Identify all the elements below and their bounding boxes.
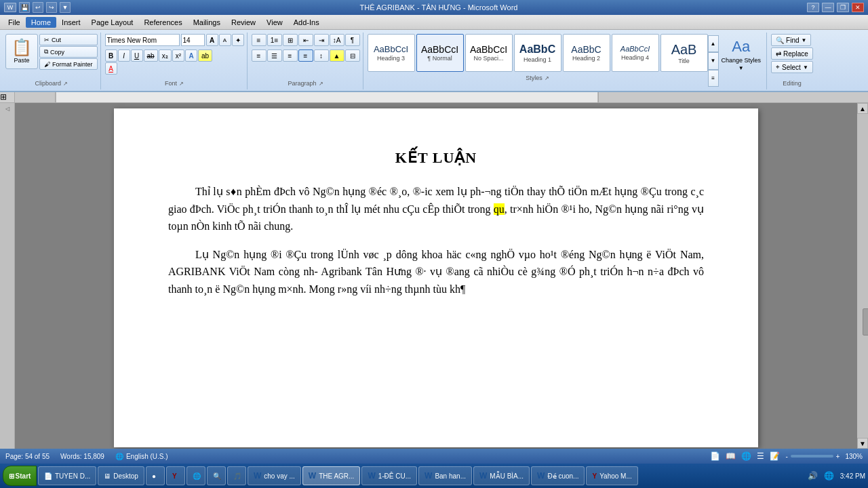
left-sidebar-btn[interactable]: ◁	[5, 106, 9, 112]
style-scroll-up[interactable]: ▲	[708, 35, 719, 52]
font-name-input[interactable]	[105, 34, 180, 46]
view-draft-btn[interactable]: 📝	[770, 451, 780, 461]
superscript-btn[interactable]: x²	[172, 49, 184, 62]
style-heading3[interactable]: AaBbCcI Heading 3	[368, 34, 415, 72]
menu-addins[interactable]: Add-Ins	[288, 17, 325, 28]
qa-dropdown[interactable]: ▼	[60, 2, 71, 13]
help-btn[interactable]: ?	[807, 3, 819, 12]
bold-btn[interactable]: B	[105, 49, 117, 62]
taskbar-ban-han[interactable]: W Ban han...	[418, 466, 472, 485]
grow-font-btn[interactable]: A	[206, 34, 218, 46]
clipboard-expand-icon[interactable]: ↗	[63, 81, 68, 87]
zoom-plus-icon[interactable]: +	[836, 453, 840, 460]
taskbar-the-agr[interactable]: W THE AGR...	[302, 466, 361, 485]
decrease-indent-btn[interactable]: ⇤	[298, 34, 313, 46]
style-normal[interactable]: AaBbCcI ¶ Normal	[416, 34, 464, 72]
cut-button[interactable]: ✂ Cut	[39, 34, 98, 45]
menu-view[interactable]: View	[261, 17, 288, 28]
taskbar-dot[interactable]: ●	[146, 466, 165, 485]
style-no-spacing[interactable]: AaBbCcI No Spaci...	[465, 34, 513, 72]
taskbar-tuyen[interactable]: 📄 TUYEN D...	[38, 466, 96, 485]
style-heading1[interactable]: AaBbC Heading 1	[514, 34, 561, 72]
view-reading-btn[interactable]: 📖	[726, 451, 736, 461]
view-web-btn[interactable]: 🌐	[741, 451, 751, 461]
align-right-btn[interactable]: ≡	[283, 49, 298, 62]
close-btn[interactable]: ✕	[852, 3, 864, 12]
style-heading4[interactable]: AaBbCcI Heading 4	[612, 34, 659, 72]
document-scroll-area[interactable]: KẾT LUẬN Thỉ lụ s♦n phÈm đÞch vô Ng©n hụ…	[15, 103, 857, 449]
undo-btn[interactable]: ↩	[33, 2, 43, 13]
restore-btn[interactable]: ❐	[837, 3, 849, 12]
redo-btn[interactable]: ↪	[46, 2, 57, 13]
taskbar-1de-cu[interactable]: W 1-ĐÊ CU...	[361, 466, 417, 485]
multilevel-btn[interactable]: ⊞	[283, 34, 298, 46]
sort-btn[interactable]: ↕A	[330, 34, 344, 46]
increase-indent-btn[interactable]: ⇥	[314, 34, 329, 46]
taskbar-mau-bia[interactable]: W MẪU BÌA...	[473, 466, 530, 485]
select-button[interactable]: ⌖ Select ▼	[771, 61, 813, 73]
taskbar-search[interactable]: 🔍	[207, 466, 226, 485]
taskbar-web[interactable]: 🌐	[186, 466, 205, 485]
format-painter-button[interactable]: 🖌 Format Painter	[39, 58, 98, 70]
shrink-font-btn[interactable]: A	[219, 34, 231, 46]
copy-button[interactable]: ⧉ Copy	[39, 46, 98, 58]
zoom-minus-icon[interactable]: -	[785, 453, 787, 460]
save-btn[interactable]: 💾	[19, 2, 30, 13]
paste-button[interactable]: 📋 Paste	[5, 34, 38, 69]
highlight-btn[interactable]: ab	[198, 49, 212, 62]
menu-home[interactable]: Home	[26, 17, 56, 28]
text-effects-btn[interactable]: A	[185, 49, 197, 62]
italic-btn[interactable]: I	[118, 49, 130, 62]
start-button[interactable]: ⊞ Start	[3, 466, 37, 486]
menu-file[interactable]: File	[3, 17, 26, 28]
clear-format-btn[interactable]: ✦	[232, 34, 244, 46]
paragraph-1[interactable]: Thỉ lụ s♦n phÈm đÞch vô Ng©n hụng ®éc ®¸…	[168, 183, 704, 235]
font-size-input[interactable]	[181, 34, 205, 46]
zoom-slider[interactable]: - +	[785, 453, 840, 460]
menu-references[interactable]: References	[138, 17, 187, 28]
underline-btn[interactable]: U	[131, 49, 143, 62]
show-marks-btn[interactable]: ¶	[345, 34, 360, 46]
font-expand-icon[interactable]: ↗	[179, 81, 184, 87]
taskbar-desktop[interactable]: 🖥 Desktop	[98, 466, 144, 485]
justify-btn[interactable]: ≡	[298, 49, 313, 62]
taskbar-y[interactable]: Y	[166, 466, 185, 485]
style-heading2[interactable]: AaBbC Heading 2	[563, 34, 610, 72]
style-title[interactable]: AaB Title	[660, 34, 708, 72]
taskbar-yahoo[interactable]: Y Yahoo M...	[586, 466, 637, 485]
shading-btn[interactable]: ▲	[330, 49, 344, 62]
scroll-thumb[interactable]	[863, 308, 868, 336]
scroll-up-btn[interactable]: ▲	[857, 103, 868, 114]
minimize-btn[interactable]: —	[822, 3, 834, 12]
paragraph-expand-icon[interactable]: ↗	[319, 81, 323, 87]
bullets-btn[interactable]: ≡	[252, 34, 267, 46]
paragraph-2[interactable]: Lụ Ng©n hụng ®i ®Çu trong lÜnh vøc ¸p dô…	[168, 246, 704, 298]
borders-btn[interactable]: ⊟	[345, 49, 360, 62]
menu-insert[interactable]: Insert	[56, 17, 86, 28]
font-color-btn[interactable]: A	[105, 62, 117, 75]
find-button[interactable]: 🔍 Find ▼	[771, 34, 811, 46]
menu-page-layout[interactable]: Page Layout	[86, 17, 139, 28]
replace-button[interactable]: ⇄ Replace	[771, 47, 813, 60]
menu-review[interactable]: Review	[226, 17, 261, 28]
align-left-btn[interactable]: ≡	[252, 49, 267, 62]
style-scroll-down[interactable]: ▼	[708, 52, 719, 69]
view-normal-btn[interactable]: 📄	[710, 451, 720, 461]
change-styles-button[interactable]: Aa Change Styles ▼	[719, 34, 764, 75]
language-status[interactable]: 🌐 English (U.S.)	[115, 453, 168, 460]
strikethrough-btn[interactable]: ab	[144, 49, 158, 62]
ruler-corner[interactable]: ⊞	[0, 92, 15, 103]
vertical-scrollbar[interactable]: ▲ ▼	[857, 103, 868, 449]
scroll-down-btn[interactable]: ▼	[857, 438, 868, 449]
style-scroll-more[interactable]: ≡	[708, 70, 719, 87]
view-outline-btn[interactable]: ☰	[757, 451, 764, 461]
styles-expand-icon[interactable]: ↗	[545, 75, 549, 81]
numbering-btn[interactable]: 1≡	[267, 34, 282, 46]
align-center-btn[interactable]: ☰	[267, 49, 282, 62]
taskbar-cho-vay[interactable]: W cho vay ...	[248, 466, 301, 485]
menu-mailings[interactable]: Mailings	[188, 17, 226, 28]
subscript-btn[interactable]: x₂	[159, 49, 172, 62]
taskbar-de-cuon[interactable]: W Đề cuon...	[531, 466, 585, 485]
line-spacing-btn[interactable]: ↕	[314, 49, 329, 62]
taskbar-music[interactable]: 🎵	[227, 466, 246, 485]
